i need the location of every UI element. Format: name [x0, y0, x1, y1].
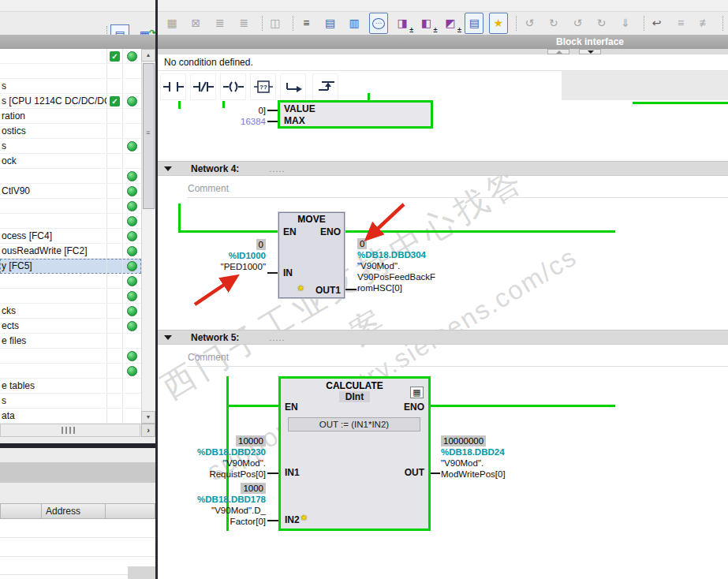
tree-item-label: ostics [0, 124, 107, 138]
tree-row[interactable]: e files ✓ [0, 334, 141, 349]
net4-input-operand[interactable]: 0 %ID1000 "PED1000" [221, 239, 266, 272]
tree-row[interactable]: e tables ✓ [0, 379, 141, 394]
scroll-down-button[interactable]: ▼ [141, 411, 155, 424]
show-favorites-icon[interactable]: ◨± [393, 13, 412, 34]
reset-start-values-icon[interactable]: ◫ [266, 13, 285, 34]
tree-row[interactable]: ock ✓ [0, 154, 141, 169]
monitor-value: 1000 [241, 483, 266, 494]
splitter-collapse-button[interactable] [547, 49, 569, 54]
tree-row[interactable]: ✓ [0, 364, 141, 379]
download-changes-icon[interactable]: ⇓ [616, 13, 635, 34]
tree-row[interactable]: ✓ [0, 169, 141, 184]
tree-row[interactable]: ✓ [0, 349, 141, 364]
calculate-block[interactable]: CALCULATE DInt ▦ EN ENO OUT := (IN1*IN2)… [278, 376, 431, 531]
net5-in1-operand[interactable]: 10000 %DB18.DBD230 "V90Mod". RequistPos[… [197, 435, 266, 480]
network5-comment[interactable]: Comment [188, 352, 229, 363]
network4-title-placeholder[interactable]: ..... [269, 164, 285, 174]
redo-icon[interactable]: ↻ [544, 13, 563, 34]
insert-row-before-icon[interactable]: ≣ [211, 13, 230, 34]
online-status-cell [123, 304, 140, 318]
project-tree-header [0, 35, 155, 49]
tree-row[interactable]: ✓ [0, 199, 141, 214]
compile-status-cell: ✓ [107, 364, 123, 378]
tree-row[interactable]: ration ✓ [0, 109, 141, 124]
show-tags-icon[interactable]: ◧± [417, 13, 436, 34]
green-status-dot-icon [127, 201, 137, 211]
tree-row[interactable]: ✓ [0, 49, 141, 64]
online-status-cell [123, 139, 140, 153]
tree-row[interactable]: ousReadWrite [FC2] ✓ [0, 244, 141, 259]
tree-row[interactable]: ✓ [0, 214, 141, 229]
undo-save-icon[interactable]: ↺ [568, 13, 587, 34]
network5-title-placeholder[interactable]: ..... [269, 333, 285, 342]
collapse-triangle-icon[interactable] [164, 166, 172, 171]
network5-header[interactable]: Network 5: ..... [158, 330, 728, 345]
net5-out-operand[interactable]: 10000000 %DB18.DBD24 "V90Mod". ModWriteP… [441, 435, 506, 480]
scroll-right-button[interactable]: › [141, 424, 155, 437]
indent-network-icon[interactable]: ≡ [297, 13, 315, 34]
scrollbar-thumb[interactable] [143, 63, 155, 209]
operand-value: 0] [241, 105, 266, 116]
scroll-up-button[interactable]: ▲ [141, 49, 155, 62]
table-column-header[interactable] [106, 503, 155, 519]
tree-row[interactable]: s [CPU 1214C DC/DC/DC] ✓ [0, 94, 141, 109]
tree-row[interactable]: ✓ [0, 289, 141, 304]
redo-save-icon[interactable]: ↻ [592, 13, 611, 34]
tree-row[interactable]: ✓ [0, 64, 141, 79]
address-column-header[interactable]: Address [42, 503, 106, 519]
open-branch-button[interactable] [280, 73, 306, 100]
cross-references-icon[interactable]: ≢ [696, 13, 715, 34]
call-environment-icon[interactable]: ↩ [648, 13, 666, 34]
move-block[interactable]: MOVE EN ENO IN OUT1 [278, 212, 345, 298]
favorites-toolbar-icon[interactable]: ★ [489, 13, 508, 34]
tree-row[interactable]: ata ✓ [0, 409, 141, 424]
close-branch-button[interactable] [312, 73, 338, 100]
net4-output-operand[interactable]: 0 %DB18.DBD304 "V90Mod". V90PosFeedBackF… [357, 238, 435, 293]
compile-status-cell: ✓ [107, 94, 123, 108]
operand-address: %DB18.DBD230 [197, 446, 266, 458]
tree-row[interactable]: y [FC5] ✓ [0, 259, 141, 274]
tree-row[interactable]: CtlV90 ✓ [0, 184, 141, 199]
insert-row-after-icon[interactable]: ≣ [234, 13, 253, 34]
net3-operands[interactable]: 0] 16384 [241, 105, 266, 127]
data-type-dropdown[interactable]: DInt [339, 391, 370, 402]
net5-in2-operand[interactable]: 1000 %DB18.DBD178 "V90Mod".D_ Factor[0] [197, 483, 266, 527]
interface-splitter[interactable] [158, 49, 728, 54]
insert-network-icon[interactable]: ▦ [162, 13, 181, 34]
block-interface-bar[interactable]: Block interface [158, 35, 728, 49]
absolute-operands-icon[interactable]: ▤ [465, 13, 483, 34]
coil-button[interactable] [220, 73, 246, 100]
panel-divider[interactable] [155, 0, 158, 579]
operand-address: %ID1000 [221, 250, 266, 261]
tree-row[interactable]: s ✓ [0, 79, 141, 94]
close-all-networks-icon[interactable]: ▥ [345, 13, 364, 34]
tree-row[interactable]: ✓ [0, 274, 141, 289]
tree-item-label [0, 169, 107, 183]
expression-field[interactable]: OUT := (IN1*IN2) [288, 417, 420, 431]
splitter-expand-button[interactable] [579, 49, 601, 54]
open-all-networks-icon[interactable]: ▤ [321, 13, 340, 34]
tree-row[interactable]: ocess [FC4] ✓ [0, 229, 141, 244]
network4-comment[interactable]: Comment [188, 183, 229, 194]
scrollbar-grip[interactable] [62, 427, 77, 434]
network4-header[interactable]: Network 4: ..... [158, 161, 728, 176]
tree-row[interactable]: s ✓ [0, 394, 141, 409]
collapse-triangle-icon[interactable] [164, 335, 172, 340]
normally-open-contact-button[interactable] [160, 73, 186, 100]
coil-icon [223, 80, 244, 94]
delete-network-icon[interactable]: ⊠ [186, 13, 205, 34]
input-wire [267, 110, 278, 111]
tree-row[interactable]: ects ✓ [0, 319, 141, 334]
undo-icon[interactable]: ↺ [520, 13, 539, 34]
assignment-list-icon[interactable]: ≡ [671, 13, 690, 34]
tree-row[interactable]: ostics ✓ [0, 124, 141, 139]
network-comments-icon[interactable]: ⋯ [369, 13, 388, 34]
show-constants-icon[interactable]: ◩± [441, 13, 460, 34]
normally-closed-contact-button[interactable] [190, 73, 216, 100]
empty-box-button[interactable]: ?? [250, 73, 276, 100]
table-column-header[interactable] [0, 503, 42, 519]
calculator-icon[interactable]: ▦ [410, 387, 424, 398]
tree-row[interactable]: cks ✓ [0, 304, 141, 319]
limit-block[interactable]: VALUE MAX [278, 100, 433, 129]
tree-row[interactable]: s ✓ [0, 139, 141, 154]
